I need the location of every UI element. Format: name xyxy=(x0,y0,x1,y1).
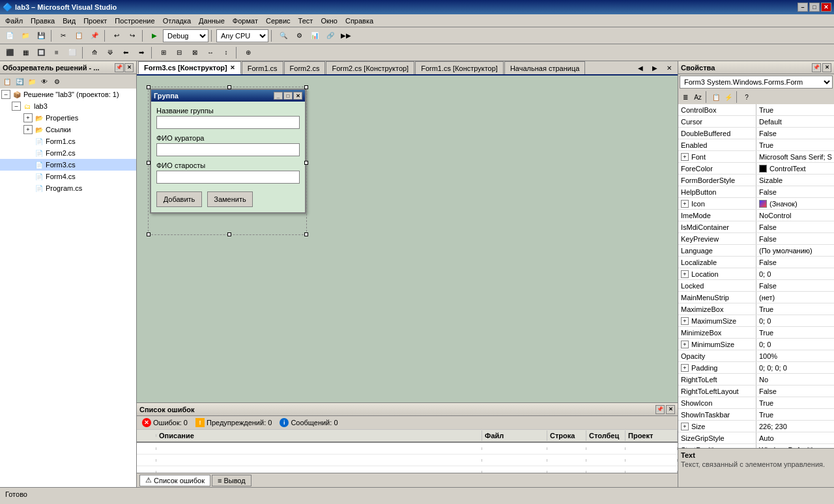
se-tb1[interactable]: 📋 xyxy=(1,76,13,87)
prop-opacity[interactable]: Opacity 100% xyxy=(678,350,834,362)
tb2-8[interactable]: ⬅ xyxy=(119,46,133,59)
props-close-btn[interactable]: ✕ xyxy=(822,63,831,72)
tb-open[interactable]: 📁 xyxy=(18,29,33,42)
tb-paste[interactable]: 📌 xyxy=(87,29,102,42)
tree-project[interactable]: – 🗂 lab3 xyxy=(0,100,136,112)
message-badge[interactable]: i Сообщений: 0 xyxy=(277,417,340,428)
menu-edit[interactable]: Правка xyxy=(27,16,59,25)
menu-help[interactable]: Справка xyxy=(341,16,377,25)
field2-input[interactable] xyxy=(156,143,300,156)
warning-badge[interactable]: ! Предупреждений: 0 xyxy=(193,417,274,428)
prop-imemode[interactable]: ImeMode NoControl xyxy=(678,210,834,221)
props-pin-btn[interactable]: 📌 xyxy=(812,63,821,72)
tab-form2-constructor[interactable]: Form2.cs [Конструктор] xyxy=(326,61,414,74)
col-desc[interactable]: Описание xyxy=(156,430,482,441)
prop-size[interactable]: +Size 226; 230 xyxy=(678,421,834,432)
tab-form1-constructor[interactable]: Form1.cs [Конструктор] xyxy=(415,61,504,74)
prop-forecolor[interactable]: ForeColor ControlText xyxy=(678,163,834,175)
col-proj[interactable]: Проект xyxy=(626,430,678,441)
tb2-4[interactable]: ≡ xyxy=(50,46,64,59)
menu-tools[interactable]: Сервис xyxy=(262,16,295,25)
tb2-2[interactable]: ▦ xyxy=(18,46,33,59)
location-expand[interactable]: + xyxy=(681,270,689,278)
tb2-15[interactable]: ⊕ xyxy=(241,46,255,59)
se-tb2[interactable]: 🔄 xyxy=(14,76,25,87)
prop-maximumsize[interactable]: +MaximumSize 0; 0 xyxy=(678,315,834,327)
menu-window[interactable]: Окно xyxy=(317,16,341,25)
prop-minimizebox[interactable]: MinimizeBox True xyxy=(678,327,834,339)
debug-mode-dropdown[interactable]: Debug Release xyxy=(163,29,208,42)
tab-form3-constructor[interactable]: Form3.cs [Конструктор] ✕ xyxy=(138,61,241,74)
minimize-button[interactable]: – xyxy=(798,3,808,12)
se-pin-btn[interactable]: 📌 xyxy=(115,63,124,72)
menu-debug[interactable]: Отладка xyxy=(159,16,195,25)
tb2-14[interactable]: ↕ xyxy=(219,46,233,59)
props-help-btn[interactable]: ? xyxy=(741,91,753,103)
tb2-3[interactable]: 🔲 xyxy=(34,46,48,59)
col-col[interactable]: Столбец xyxy=(586,430,626,441)
prop-localizable[interactable]: Localizable False xyxy=(678,257,834,268)
tb2-11[interactable]: ⊟ xyxy=(172,46,186,59)
refs-expand[interactable]: + xyxy=(23,125,33,134)
tab-form3-close[interactable]: ✕ xyxy=(230,64,235,71)
tab-scroll-left[interactable]: ◀ xyxy=(633,61,648,74)
menu-format[interactable]: Формат xyxy=(229,16,262,25)
minsize-expand[interactable]: + xyxy=(681,341,689,348)
menu-file[interactable]: Файл xyxy=(1,16,27,25)
field1-input[interactable] xyxy=(156,116,300,129)
add-button[interactable]: Добавить xyxy=(156,191,202,207)
tb-save[interactable]: 💾 xyxy=(34,29,48,42)
tb2-6[interactable]: ⟰ xyxy=(87,46,102,59)
tb-extra4[interactable]: 🔗 xyxy=(323,29,338,42)
tab-error-list[interactable]: ⚠ Список ошибок xyxy=(139,475,210,486)
tb-new[interactable]: 📄 xyxy=(3,29,17,42)
prop-showintaskbar[interactable]: ShowInTaskbar True xyxy=(678,409,834,421)
tb-extra5[interactable]: ▶▶ xyxy=(339,29,353,42)
tab-scroll-right[interactable]: ▶ xyxy=(648,61,662,74)
replace-button[interactable]: Заменить xyxy=(207,191,253,207)
tree-solution[interactable]: – 📦 Решение "lab3" (проектов: 1) xyxy=(0,89,136,100)
error-close-btn[interactable]: ✕ xyxy=(666,405,675,414)
form-maximize-btn[interactable]: □ xyxy=(283,92,293,100)
field3-input[interactable] xyxy=(156,171,300,184)
tree-form3[interactable]: 📄 Form3.cs xyxy=(0,159,136,171)
tree-form1[interactable]: 📄 Form1.cs xyxy=(0,135,136,147)
maximize-button[interactable]: □ xyxy=(809,3,820,12)
tree-properties[interactable]: + 📂 Properties xyxy=(0,112,136,124)
tb-extra2[interactable]: ⚙ xyxy=(292,29,306,42)
se-tb3[interactable]: 📁 xyxy=(26,76,38,87)
tb-extra3[interactable]: 📊 xyxy=(308,29,322,42)
padding-expand[interactable]: + xyxy=(681,364,689,372)
props-event-btn[interactable]: ⚡ xyxy=(723,91,734,103)
tb2-7[interactable]: ⟱ xyxy=(103,46,117,59)
tb-redo[interactable]: ↪ xyxy=(125,29,139,42)
prop-helpbutton[interactable]: HelpButton False xyxy=(678,186,834,198)
tb-play[interactable]: ▶ xyxy=(147,29,162,42)
tb2-13[interactable]: ↔ xyxy=(203,46,218,59)
size-expand[interactable]: + xyxy=(681,423,689,430)
prop-controlbox[interactable]: ControlBox True xyxy=(678,104,834,116)
prop-doublebuffered[interactable]: DoubleBuffered False xyxy=(678,128,834,139)
prop-ismdicontainer[interactable]: IsMdiContainer False xyxy=(678,221,834,233)
prop-locked[interactable]: Locked False xyxy=(678,280,834,292)
tree-refs[interactable]: + 📂 Ссылки xyxy=(0,124,136,135)
menu-view[interactable]: Вид xyxy=(59,16,79,25)
icon-expand[interactable]: + xyxy=(681,200,689,208)
col-line[interactable]: Строка xyxy=(547,430,586,441)
prop-maximizebox[interactable]: MaximizeBox True xyxy=(678,303,834,315)
error-badge[interactable]: ✕ Ошибок: 0 xyxy=(139,417,190,428)
se-tb4[interactable]: 👁 xyxy=(38,76,50,87)
prop-mainmenustrip[interactable]: MainMenuStrip (нет) xyxy=(678,292,834,303)
tab-output[interactable]: ≡ Вывод xyxy=(212,475,252,486)
form-minimize-btn[interactable]: _ xyxy=(274,92,283,100)
prop-font[interactable]: +Font Microsoft Sans Serif; S xyxy=(678,151,834,163)
tb2-1[interactable]: ⬛ xyxy=(3,46,17,59)
prop-padding[interactable]: +Padding 0; 0; 0; 0 xyxy=(678,362,834,374)
tree-program[interactable]: 📄 Program.cs xyxy=(0,182,136,194)
close-button[interactable]: ✕ xyxy=(821,3,831,12)
design-surface[interactable]: Группа _ □ ✕ Название группы ФИО куратор… xyxy=(137,76,678,402)
tab-form1[interactable]: Form1.cs xyxy=(242,61,283,74)
tb2-12[interactable]: ⊠ xyxy=(188,46,202,59)
error-pin-btn[interactable]: 📌 xyxy=(655,405,665,414)
col-file[interactable]: Файл xyxy=(482,430,547,441)
